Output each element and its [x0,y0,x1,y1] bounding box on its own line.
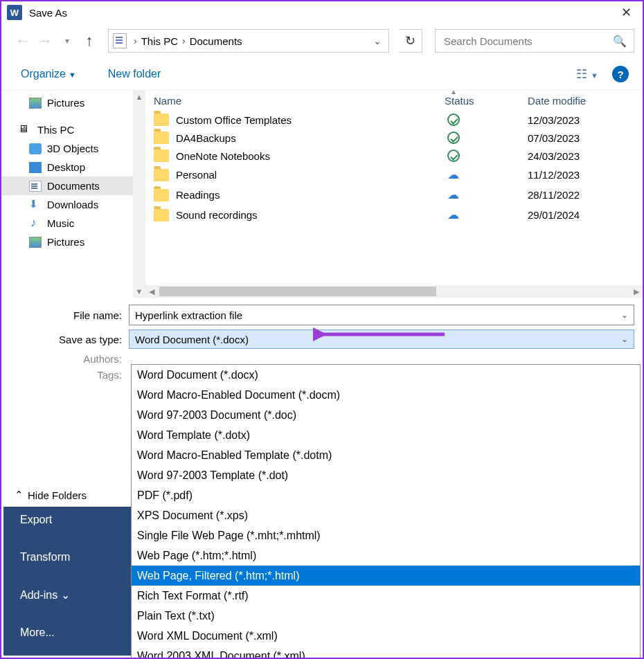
file-name: Readings [176,189,445,201]
savetype-option[interactable]: Word 97-2003 Document (*.doc) [132,405,640,425]
column-headers: Name Status Date modifie [145,91,643,111]
savetype-option[interactable]: Word Macro-Enabled Template (*.dotm) [132,445,640,465]
up-button[interactable]: ↑ [80,32,98,50]
table-row[interactable]: Personal☁11/12/2023 [145,165,643,185]
col-status[interactable]: Status [439,95,522,107]
scroll-thumb[interactable] [159,287,436,296]
file-date: 29/01/2024 [528,209,640,221]
cloud-icon: ☁ [447,168,459,182]
savetype-option[interactable]: Web Page, Filtered (*.htm;*.html) [132,566,640,586]
backstage-export[interactable]: Export [3,507,131,539]
synced-icon [447,150,460,162]
filename-input[interactable]: Hyperlink extraction file ⌄ [129,305,634,325]
col-name[interactable]: Name [148,95,439,107]
organize-button[interactable]: Organize▼ [15,64,82,84]
search-box[interactable]: 🔍 [435,29,634,53]
folder-icon [154,114,169,126]
savetype-option[interactable]: Word Macro-Enabled Document (*.docm) [132,385,640,405]
authors-label: Authors: [10,353,129,365]
word-app-icon: W [7,5,22,20]
savetype-dropdown: Word Document (*.docx)Word Macro-Enabled… [131,364,641,659]
tree-this-pc[interactable]: This PC [1,120,133,139]
savetype-option[interactable]: Word 2003 XML Document (*.xml) [132,646,640,659]
savetype-option[interactable]: Word Document (*.docx) [132,365,640,385]
savetype-option[interactable]: Word XML Document (*.xml) [132,626,640,646]
sort-indicator-icon: ▲ [450,91,457,96]
file-name: Custom Office Templates [176,114,445,126]
address-bar[interactable]: › This PC › Documents ⌄ [108,29,389,53]
list-h-scrollbar[interactable]: ◀ ▶ [145,285,643,298]
titlebar: W Save As ✕ [1,1,643,24]
tree-music[interactable]: Music [1,214,133,233]
folder-icon [154,209,169,222]
folder-icon [154,150,169,162]
folder-doc-icon [113,33,127,48]
new-folder-button[interactable]: New folder [102,64,166,84]
help-icon[interactable]: ? [612,66,629,82]
savetype-option[interactable]: Single File Web Page (*.mht;*.mhtml) [132,525,640,545]
file-name: OneNote Notebooks [176,150,445,162]
savetype-option[interactable]: Word 97-2003 Template (*.dot) [132,465,640,485]
back-button[interactable]: ← [14,32,32,50]
tree-scrollbar[interactable]: ▲ ▼ [133,91,145,298]
col-date[interactable]: Date modifie [522,95,640,107]
savetype-option[interactable]: Web Page (*.htm;*.html) [132,545,640,566]
hide-folders-button[interactable]: ⌃ Hide Folders [15,489,118,501]
chevron-up-icon: ⌃ [15,489,24,501]
file-date: 11/12/2023 [528,169,640,181]
chevron-down-icon[interactable]: ⌄ [621,310,628,320]
file-date: 28/11/2022 [528,189,640,201]
scroll-up-icon[interactable]: ▲ [133,91,145,103]
scroll-down-icon[interactable]: ▼ [133,285,145,298]
tree-documents[interactable]: Documents [1,177,133,195]
folder-icon [154,189,169,201]
table-row[interactable]: Sound recordings☁29/01/2024 [145,205,643,225]
file-name: Personal [176,169,445,181]
refresh-button[interactable]: ↻ [399,29,422,53]
table-row[interactable]: OneNote Notebooks24/03/2023 [145,147,643,165]
savetype-option[interactable]: PDF (*.pdf) [132,485,640,505]
search-input[interactable] [442,35,613,48]
savetype-option[interactable]: XPS Document (*.xps) [132,505,640,525]
breadcrumb-root[interactable]: This PC [141,35,178,47]
synced-icon [447,114,460,126]
cloud-icon: ☁ [447,188,459,202]
backstage-more[interactable]: More... [3,614,131,651]
recent-dropdown-icon[interactable]: ▾ [58,32,76,50]
tree-pictures-2[interactable]: Pictures [1,233,133,251]
tags-label: Tags: [10,369,129,381]
backstage-sidebar: Export Transform Add-ins ⌄ More... [3,507,131,656]
backstage-addins[interactable]: Add-ins ⌄ [3,576,131,614]
downloads-icon [29,199,42,210]
tree-downloads[interactable]: Downloads [1,195,133,214]
chevron-right-icon[interactable]: › [129,35,141,46]
pictures-icon [29,98,42,109]
search-icon[interactable]: 🔍 [613,35,627,48]
table-row[interactable]: Readings☁28/11/2022 [145,185,643,205]
folder-icon [154,169,169,181]
view-options-button[interactable]: ☷ ▼ [571,64,604,84]
savetype-label: Save as type: [10,334,129,345]
address-dropdown-icon[interactable]: ⌄ [370,35,384,46]
breadcrumb-folder[interactable]: Documents [190,35,242,47]
savetype-option[interactable]: Word Template (*.dotx) [132,425,640,445]
chevron-down-icon[interactable]: ⌄ [621,334,628,344]
forward-button[interactable]: → [36,32,54,50]
table-row[interactable]: Custom Office Templates12/03/2023 [145,111,643,129]
scroll-right-icon[interactable]: ▶ [630,287,643,296]
filename-label: File name: [10,309,129,321]
close-icon[interactable]: ✕ [616,2,637,23]
backstage-transform[interactable]: Transform [3,539,131,576]
file-list: ▲ Name Status Date modifie Custom Office… [145,91,643,298]
savetype-option[interactable]: Plain Text (*.txt) [132,606,640,626]
table-row[interactable]: DA4Backups07/03/2023 [145,129,643,147]
tree-pictures[interactable]: Pictures [1,93,133,112]
savetype-option[interactable]: Rich Text Format (*.rtf) [132,586,640,606]
file-date: 07/03/2023 [528,132,640,144]
pc-icon [19,125,32,136]
chevron-right-icon[interactable]: › [178,35,190,46]
tree-desktop[interactable]: Desktop [1,158,133,177]
scroll-left-icon[interactable]: ◀ [145,287,158,296]
tree-3d-objects[interactable]: 3D Objects [1,139,133,158]
savetype-combo[interactable]: Word Document (*.docx) ⌄ [129,330,634,349]
